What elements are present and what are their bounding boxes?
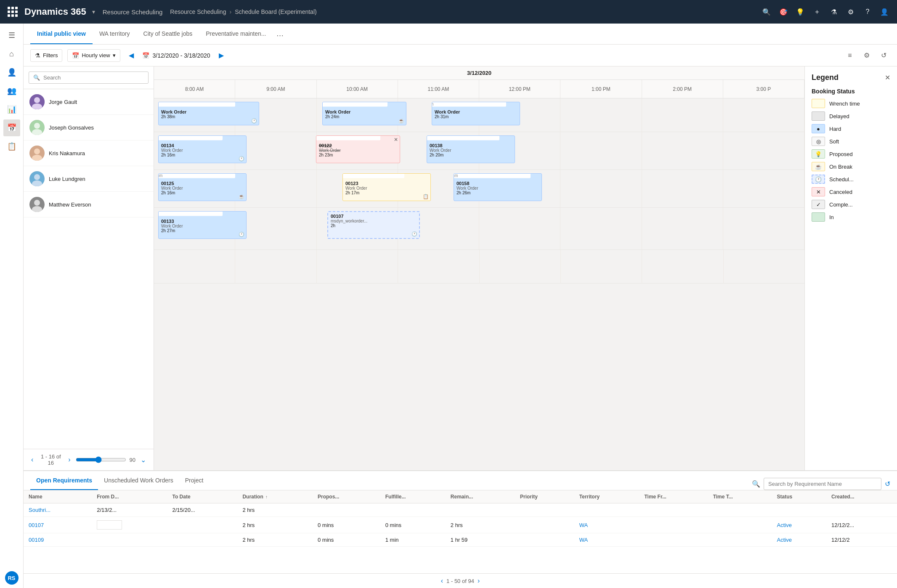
table-cell (167, 517, 238, 533)
booking-block[interactable]: 58m 00133 Work Order 2h 27m 🕐 (158, 211, 247, 239)
requirement-name-link[interactable]: Southri... (29, 507, 50, 513)
resource-row[interactable]: Jorge Gault (24, 89, 154, 115)
resource-row[interactable]: Kris Nakamura (24, 140, 154, 166)
table-cell: 2 hrs (237, 533, 313, 547)
booking-block[interactable]: 39m Work Order 2h 38m 🕐 (158, 102, 259, 125)
target-icon[interactable]: 🎯 (776, 4, 791, 19)
sidebar-group[interactable]: 👥 (3, 82, 20, 99)
booking-block[interactable]: 16m 00125 Work Order 2h 16m ☕ (158, 173, 247, 201)
prev-page-button[interactable]: ‹ (29, 454, 35, 465)
refresh-icon[interactable]: ↺ (877, 49, 890, 62)
tab-project[interactable]: Project (179, 471, 210, 490)
requirement-name-link[interactable]: 00107 (29, 522, 44, 528)
brand-chevron-icon[interactable]: ▾ (92, 8, 95, 15)
table-cell (708, 517, 772, 533)
resource-row[interactable]: Matthew Everson (24, 192, 154, 217)
settings-gear-icon[interactable]: ⚙ (860, 49, 873, 62)
col-remaining[interactable]: Remain... (446, 490, 515, 503)
booking-block[interactable]: 23m 00138 Work Order 2h 20m (427, 135, 515, 163)
col-fulfilled[interactable]: Fulfille... (380, 490, 446, 503)
search-input[interactable] (43, 74, 144, 81)
user-icon[interactable]: 👤 (877, 4, 892, 19)
prev-bottom-page-button[interactable]: ‹ (441, 577, 443, 585)
col-proposed[interactable]: Propos... (313, 490, 380, 503)
booking-block[interactable]: 14m 00158 Work Order 2h 26m (454, 173, 542, 201)
help-icon[interactable]: ? (860, 4, 875, 19)
next-date-button[interactable]: ▶ (215, 50, 227, 61)
refresh-requirements-button[interactable]: ↺ (885, 480, 890, 488)
close-icon[interactable]: ✕ (394, 137, 398, 143)
breadcrumb-item-1[interactable]: Resource Scheduling (170, 8, 226, 15)
status-link[interactable]: Active (777, 537, 791, 543)
sidebar-home[interactable]: ⌂ (3, 45, 20, 62)
booking-block[interactable]: 59m 00134 Work Order 2h 16m 🕐 (158, 135, 247, 163)
toolbar: ⚗ Filters 📅 Hourly view ▾ ◀ 📅 3/12/2020 … (24, 45, 897, 66)
tea-icon: ☕ (398, 118, 404, 124)
col-time-to[interactable]: Time T... (708, 490, 772, 503)
app-layout: ☰ ⌂ 👤 👥 📊 📅 📋 RS Initial public view WA … (0, 24, 897, 588)
time-col-9am: 9:00 AM (235, 80, 316, 98)
table-cell: 12/12/2 (826, 533, 897, 547)
col-from[interactable]: From D... (92, 490, 167, 503)
tab-unscheduled-work-orders[interactable]: Unscheduled Work Orders (98, 471, 179, 490)
sidebar-chart[interactable]: 📊 (3, 101, 20, 118)
filters-button[interactable]: ⚗ Filters (30, 49, 62, 62)
col-name[interactable]: Name (24, 490, 92, 503)
tab-open-requirements[interactable]: Open Requirements (30, 471, 98, 490)
avatar[interactable]: RS (5, 571, 19, 585)
sidebar-hamburger[interactable]: ☰ (3, 27, 20, 44)
resource-row[interactable]: Luke Lundgren (24, 166, 154, 192)
booking-block[interactable]: 1h 07m 00123 Work Order 2h 17m 📋 (342, 173, 431, 201)
svg-point-13 (34, 200, 40, 206)
col-status[interactable]: Status (772, 490, 826, 503)
settings-icon[interactable]: ⚙ (843, 4, 858, 19)
tab-preventative[interactable]: Preventative mainten... (199, 24, 273, 44)
col-territory[interactable]: Territory (574, 490, 640, 503)
plus-icon[interactable]: ＋ (809, 4, 825, 19)
app-grid-icon[interactable] (5, 4, 20, 19)
legend-header: Legend ✕ (812, 73, 890, 82)
tab-more-icon[interactable]: … (273, 29, 287, 38)
col-to[interactable]: To Date (167, 490, 238, 503)
filter-icon[interactable]: ⚗ (826, 4, 841, 19)
col-priority[interactable]: Priority (515, 490, 574, 503)
table-cell (515, 533, 574, 547)
search-icon[interactable]: 🔍 (759, 4, 774, 19)
resource-row[interactable]: Joseph Gonsalves (24, 115, 154, 140)
tab-city-of-seattle[interactable]: City of Seattle jobs (137, 24, 199, 44)
resource-avatar (29, 197, 45, 212)
booking-block[interactable]: 52m 00122 Work Order 2h 23m ✕ (316, 135, 400, 163)
requirement-name-link[interactable]: 00109 (29, 537, 44, 543)
zoom-slider[interactable] (76, 456, 126, 463)
list-view-icon[interactable]: ≡ (843, 49, 857, 62)
next-bottom-page-button[interactable]: › (478, 577, 480, 585)
legend-close-icon[interactable]: ✕ (885, 74, 890, 82)
col-time-from[interactable]: Time Fr... (639, 490, 708, 503)
nav-module-label[interactable]: Resource Scheduling (103, 8, 163, 16)
tab-initial-public-view[interactable]: Initial public view (30, 24, 93, 44)
grid-cell (723, 208, 804, 249)
territory-link[interactable]: WA (579, 537, 588, 543)
next-page-button[interactable]: › (66, 454, 72, 465)
table-cell (639, 517, 708, 533)
sidebar-calendar[interactable]: 📅 (3, 119, 20, 136)
resource-schedule-row: 58m 00133 Work Order 2h 27m 🕐 00107 msdy… (154, 208, 804, 250)
status-link[interactable]: Active (777, 522, 791, 528)
col-created[interactable]: Created... (826, 490, 897, 503)
tab-wa-territory[interactable]: WA territory (93, 24, 137, 44)
time-col-2pm: 2:00 PM (642, 80, 723, 98)
col-duration[interactable]: Duration ↑ (237, 490, 313, 503)
booking-block[interactable]: 00107 msdyn_workorder... 2h 🕐 11:30 AM -… (327, 211, 420, 239)
legend-item: ☕ On Break (812, 162, 890, 171)
booking-block[interactable]: 11m Work Order 2h 31m (432, 102, 520, 125)
collapse-button[interactable]: ⌄ (139, 454, 148, 466)
requirement-search-input[interactable] (764, 478, 881, 490)
lightbulb-icon[interactable]: 💡 (793, 4, 808, 19)
prev-date-button[interactable]: ◀ (125, 50, 137, 61)
hourly-view-button[interactable]: 📅 Hourly view ▾ (67, 49, 120, 62)
sidebar-list[interactable]: 📋 (3, 138, 20, 155)
search-box[interactable]: 🔍 (29, 72, 149, 84)
territory-link[interactable]: WA (579, 522, 588, 528)
booking-block[interactable]: 36m Work Order 2h 24m ☕ (322, 102, 406, 125)
sidebar-profile[interactable]: 👤 (3, 64, 20, 81)
